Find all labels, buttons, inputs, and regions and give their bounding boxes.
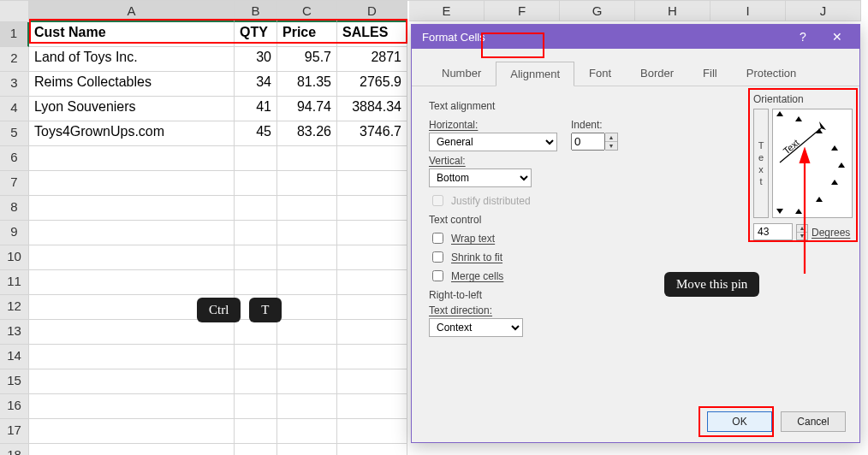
- orientation-vertical-button[interactable]: Text: [753, 109, 769, 218]
- cell-blank[interactable]: [277, 394, 337, 419]
- cell-d2[interactable]: 2871: [337, 47, 407, 72]
- cell-c5[interactable]: 83.26: [277, 121, 337, 146]
- cell-a3[interactable]: Reims Collectables: [29, 72, 235, 97]
- cell-c2[interactable]: 95.7: [277, 47, 337, 72]
- row-header-13[interactable]: 13: [0, 320, 29, 345]
- cancel-button[interactable]: Cancel: [781, 411, 846, 432]
- cell-blank[interactable]: [235, 320, 277, 345]
- cell-blank[interactable]: [29, 270, 235, 295]
- tab-font[interactable]: Font: [574, 61, 626, 86]
- cell-blank[interactable]: [235, 146, 277, 171]
- cell-c4[interactable]: 94.74: [277, 97, 337, 121]
- row-header-9[interactable]: 9: [0, 221, 29, 245]
- cell-blank[interactable]: [337, 196, 407, 221]
- cell-blank[interactable]: [337, 444, 407, 455]
- cell-blank[interactable]: [235, 196, 277, 221]
- cell-blank[interactable]: [29, 245, 235, 270]
- column-header-i[interactable]: I: [710, 0, 786, 21]
- cell-blank[interactable]: [235, 419, 277, 444]
- tab-border[interactable]: Border: [626, 61, 688, 86]
- cell-blank[interactable]: [277, 320, 337, 345]
- cell-d3[interactable]: 2765.9: [337, 72, 407, 97]
- cell-a5[interactable]: Toys4GrownUps.com: [29, 121, 235, 146]
- row-header-5[interactable]: 5: [0, 121, 29, 146]
- indent-spinner[interactable]: ▲▼: [571, 133, 618, 151]
- cell-blank[interactable]: [29, 345, 235, 369]
- tab-number[interactable]: Number: [427, 61, 496, 86]
- row-header-18[interactable]: 18: [0, 444, 29, 455]
- row-header-16[interactable]: 16: [0, 394, 29, 419]
- cell-b4[interactable]: 41: [235, 97, 277, 121]
- cell-blank[interactable]: [277, 245, 337, 270]
- cell-blank[interactable]: [337, 419, 407, 444]
- horizontal-select[interactable]: General: [429, 133, 557, 151]
- vertical-select[interactable]: Bottom: [429, 168, 532, 187]
- cell-blank[interactable]: [277, 419, 337, 444]
- cell-b2[interactable]: 30: [235, 47, 277, 72]
- cell-d5[interactable]: 3746.7: [337, 121, 407, 146]
- cell-c1[interactable]: Price: [277, 22, 337, 47]
- merge-cells-checkbox[interactable]: [432, 270, 443, 281]
- cell-blank[interactable]: [235, 369, 277, 394]
- cell-a4[interactable]: Lyon Souveniers: [29, 97, 235, 121]
- cell-d4[interactable]: 3884.34: [337, 97, 407, 121]
- text-direction-select[interactable]: Context: [429, 318, 523, 337]
- cell-blank[interactable]: [29, 369, 235, 394]
- row-header-7[interactable]: 7: [0, 171, 29, 196]
- cell-blank[interactable]: [277, 444, 337, 455]
- cell-blank[interactable]: [337, 295, 407, 320]
- cell-blank[interactable]: [337, 270, 407, 295]
- column-header-h[interactable]: H: [635, 0, 710, 21]
- cell-blank[interactable]: [277, 270, 337, 295]
- row-header-10[interactable]: 10: [0, 245, 29, 270]
- indent-value[interactable]: [571, 133, 605, 151]
- column-header-g[interactable]: G: [560, 0, 635, 21]
- cell-blank[interactable]: [337, 394, 407, 419]
- cell-blank[interactable]: [29, 171, 235, 196]
- cell-blank[interactable]: [235, 444, 277, 455]
- column-header-f[interactable]: F: [485, 0, 560, 21]
- close-icon[interactable]: ✕: [820, 30, 854, 44]
- cell-blank[interactable]: [337, 171, 407, 196]
- column-header-b[interactable]: B: [235, 1, 277, 22]
- cell-blank[interactable]: [337, 369, 407, 394]
- cell-blank[interactable]: [277, 369, 337, 394]
- cell-blank[interactable]: [235, 270, 277, 295]
- cell-blank[interactable]: [277, 221, 337, 245]
- cell-a1[interactable]: Cust Name: [29, 22, 235, 47]
- cell-blank[interactable]: [337, 245, 407, 270]
- wrap-text-checkbox[interactable]: [432, 233, 443, 244]
- row-header-15[interactable]: 15: [0, 369, 29, 394]
- cell-blank[interactable]: [337, 345, 407, 369]
- cell-blank[interactable]: [337, 221, 407, 245]
- cell-blank[interactable]: [29, 196, 235, 221]
- help-icon[interactable]: ?: [786, 30, 820, 44]
- tab-alignment[interactable]: Alignment: [496, 62, 574, 86]
- column-header-c[interactable]: C: [277, 1, 337, 22]
- column-header-e[interactable]: E: [409, 0, 485, 21]
- cell-blank[interactable]: [235, 171, 277, 196]
- deg-down-icon[interactable]: ▼: [797, 233, 807, 239]
- row-header-11[interactable]: 11: [0, 270, 29, 295]
- cell-blank[interactable]: [277, 295, 337, 320]
- cell-b3[interactable]: 34: [235, 72, 277, 97]
- select-all-corner[interactable]: [0, 1, 29, 22]
- row-header-8[interactable]: 8: [0, 196, 29, 221]
- row-header-3[interactable]: 3: [0, 72, 29, 97]
- degrees-input[interactable]: [753, 223, 793, 240]
- cell-blank[interactable]: [29, 320, 235, 345]
- cell-blank[interactable]: [235, 221, 277, 245]
- column-header-d[interactable]: D: [337, 1, 407, 22]
- cell-blank[interactable]: [277, 171, 337, 196]
- cell-b5[interactable]: 45: [235, 121, 277, 146]
- cell-blank[interactable]: [29, 221, 235, 245]
- cell-blank[interactable]: [29, 394, 235, 419]
- cell-c3[interactable]: 81.35: [277, 72, 337, 97]
- ok-button[interactable]: OK: [707, 411, 772, 432]
- cell-blank[interactable]: [337, 320, 407, 345]
- shrink-to-fit-checkbox[interactable]: [432, 251, 443, 263]
- deg-up-icon[interactable]: ▲: [797, 225, 807, 233]
- cell-a2[interactable]: Land of Toys Inc.: [29, 47, 235, 72]
- cell-blank[interactable]: [277, 345, 337, 369]
- row-header-14[interactable]: 14: [0, 345, 29, 369]
